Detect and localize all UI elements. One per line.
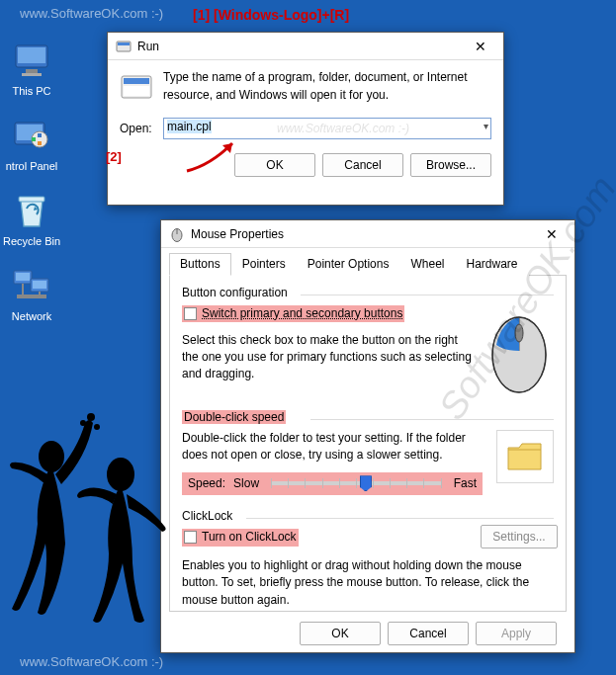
mouse-title: Mouse Properties [191,227,284,241]
desktop-icon-control-panel[interactable]: ntrol Panel [0,115,71,172]
ok-button[interactable]: OK [234,153,315,177]
tab-pointers[interactable]: Pointers [231,253,297,276]
switch-buttons-label: Switch primary and secondary buttons [202,305,402,322]
slider-thumb[interactable] [360,475,372,491]
run-title: Run [137,40,159,53]
mouse-tabs: Buttons Pointers Pointer Options Wheel H… [169,252,567,276]
desktop-icon-label: Network [12,310,51,322]
this-pc-icon [11,40,52,81]
run-dialog: [1] [Windows-Logo]+[R] Run ✕ Type the na… [107,32,504,206]
run-description: Type the name of a program, folder, docu… [163,68,491,104]
recycle-bin-icon [11,190,52,231]
switch-buttons-desc: Select this check box to make the button… [182,332,475,383]
clicklock-checkbox[interactable] [184,531,197,544]
desktop-icons: This PC ntrol Panel Recycle Bin Network [0,40,71,340]
group-title: ClickLock [182,509,554,523]
run-app-icon [120,70,153,104]
tab-hardware[interactable]: Hardware [455,253,528,276]
svg-rect-26 [124,78,149,84]
mouse-titlebar[interactable]: Mouse Properties ✕ [161,220,574,248]
tab-buttons[interactable]: Buttons [169,253,231,276]
tab-pointer-options[interactable]: Pointer Options [297,253,400,276]
fast-label: Fast [454,475,477,492]
desktop-icon-this-pc[interactable]: This PC [0,40,71,97]
slow-label: Slow [233,475,259,492]
switch-buttons-checkbox[interactable] [184,307,197,320]
run-open-label: Open: [120,122,163,135]
run-icon [116,39,132,54]
svg-rect-3 [22,73,42,76]
ok-button[interactable]: OK [300,622,381,645]
annotation-2: [2] [106,149,122,164]
watermark-top: www.SoftwareOK.com :-) [20,6,163,21]
group-doubleclick-speed: Double-click speed Double-click the fold… [182,410,554,495]
apply-button[interactable]: Apply [476,622,557,645]
mouse-icon [169,226,185,242]
svg-rect-13 [16,273,30,281]
desktop-icon-label: Recycle Bin [3,235,60,247]
svg-rect-10 [19,197,44,202]
desktop-icon-network[interactable]: Network [0,265,71,322]
svg-rect-14 [33,281,46,289]
mouse-illustration [484,305,554,396]
run-open-value: main.cpl [167,120,212,133]
svg-point-20 [80,420,86,426]
desktop-icon-recycle-bin[interactable]: Recycle Bin [0,190,71,247]
svg-rect-8 [38,141,42,145]
clicklock-desc: Enables you to highlight or drag without… [182,557,554,609]
svg-point-31 [515,324,523,342]
figure-watermark [6,405,184,635]
run-titlebar[interactable]: Run ✕ [108,33,503,60]
mouse-properties-dialog: Mouse Properties ✕ Buttons Pointers Poin… [160,219,575,653]
svg-rect-24 [118,42,130,45]
chevron-down-icon[interactable]: ▾ [484,121,488,131]
close-icon[interactable]: ✕ [466,39,495,54]
desktop-icon-label: This PC [12,85,50,97]
group-clicklock: ClickLock Turn on ClickLock Settings... … [182,509,554,609]
speed-label: Speed: [188,475,225,492]
tab-wheel[interactable]: Wheel [399,253,455,276]
control-panel-icon [11,115,52,156]
svg-rect-2 [26,69,38,73]
svg-rect-9 [32,137,36,141]
group-button-config: Button configuration Switch primary and … [182,286,554,396]
tab-panel-buttons: Button configuration Switch primary and … [169,276,567,612]
svg-point-21 [94,424,100,430]
group-title: Button configuration [182,286,554,299]
annotation-arrow [181,135,244,178]
clicklock-label: Turn on ClickLock [202,529,297,546]
cancel-button[interactable]: Cancel [388,622,469,645]
svg-point-19 [87,413,95,421]
svg-rect-7 [38,133,42,137]
svg-rect-1 [18,47,45,63]
speed-slider[interactable] [271,481,442,485]
folder-test-target[interactable] [496,430,554,483]
svg-rect-15 [17,295,46,298]
network-icon [11,265,52,306]
desktop-icon-label: ntrol Panel [6,160,58,172]
annotation-1: [1] [Windows-Logo]+[R] [193,7,349,23]
clicklock-settings-button[interactable]: Settings... [481,525,558,548]
doubleclick-desc: Double-click the folder to test your set… [182,430,483,464]
browse-button[interactable]: Browse... [410,153,491,177]
cancel-button[interactable]: Cancel [322,153,403,177]
svg-rect-27 [124,86,149,96]
group-title: Double-click speed [182,410,286,424]
watermark-bottom: www.SoftwareOK.com :-) [20,654,163,669]
close-icon[interactable]: ✕ [537,226,567,242]
